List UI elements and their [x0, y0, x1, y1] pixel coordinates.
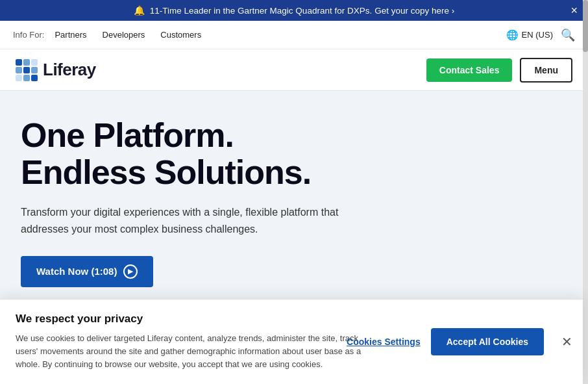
logo-cell	[23, 67, 30, 73]
main-nav: Liferay Contact Sales Menu	[0, 49, 588, 91]
cookie-banner-title: We respect your privacy	[16, 313, 567, 326]
secondary-nav-developers[interactable]: Developers	[103, 30, 145, 40]
scrollbar-thumb[interactable]	[583, 0, 588, 52]
logo-cell	[16, 67, 22, 73]
hero-description: Transform your digital experiences with …	[21, 204, 384, 237]
cookies-settings-button[interactable]: Cookies Settings	[347, 337, 421, 347]
logo-cell	[16, 59, 22, 66]
logo-cell	[31, 75, 38, 81]
hero-headline: One Platform. Endless Solutions.	[21, 117, 567, 191]
logo-link[interactable]: Liferay	[16, 59, 426, 81]
logo-cell	[31, 59, 38, 66]
logo-cell	[16, 75, 22, 81]
bell-icon: 🔔	[134, 5, 145, 16]
logo-cell	[23, 75, 30, 81]
cookie-banner-close-button[interactable]: ✕	[561, 334, 572, 350]
secondary-nav-right: 🌐 EN (US) 🔍	[506, 28, 575, 42]
contact-sales-button[interactable]: Contact Sales	[426, 58, 513, 82]
logo-text: Liferay	[43, 60, 96, 80]
menu-button[interactable]: Menu	[520, 58, 572, 83]
language-selector[interactable]: 🌐 EN (US)	[506, 29, 553, 41]
scrollbar[interactable]	[583, 0, 588, 384]
secondary-nav-links: Partners Developers Customers	[55, 30, 506, 40]
play-circle-icon: ▶	[123, 264, 138, 279]
cookie-banner-description: We use cookies to deliver targeted Lifer…	[16, 332, 366, 371]
logo-cell	[31, 67, 38, 73]
announcement-cta[interactable]: Get your copy here	[374, 6, 454, 16]
language-label: EN (US)	[522, 30, 553, 40]
logo-grid-icon	[16, 59, 38, 81]
hero-section: One Platform. Endless Solutions. Transfo…	[0, 91, 588, 308]
info-for-label: Info For:	[13, 30, 44, 40]
secondary-nav: Info For: Partners Developers Customers …	[0, 21, 588, 49]
cookie-actions: Cookies Settings Accept All Cookies	[347, 328, 544, 355]
search-button[interactable]: 🔍	[561, 28, 575, 42]
cookie-banner: We respect your privacy We use cookies t…	[0, 299, 583, 384]
watch-now-button[interactable]: Watch Now (1:08) ▶	[21, 256, 153, 287]
watch-now-label: Watch Now (1:08)	[36, 266, 117, 277]
globe-icon: 🌐	[506, 29, 519, 41]
announcement-close-button[interactable]: ×	[570, 5, 578, 16]
hero-headline-line1: One Platform.	[21, 116, 234, 154]
search-icon: 🔍	[561, 29, 575, 42]
announcement-text: 11-Time Leader in the Gartner Magic Quad…	[150, 6, 372, 16]
hero-headline-line2: Endless Solutions.	[21, 153, 311, 191]
secondary-nav-customers[interactable]: Customers	[160, 30, 201, 40]
accept-all-cookies-button[interactable]: Accept All Cookies	[431, 328, 544, 355]
announcement-bar: 🔔 11-Time Leader in the Gartner Magic Qu…	[0, 0, 588, 21]
main-nav-right: Contact Sales Menu	[426, 58, 572, 83]
secondary-nav-partners[interactable]: Partners	[55, 30, 86, 40]
logo-cell	[23, 59, 30, 66]
